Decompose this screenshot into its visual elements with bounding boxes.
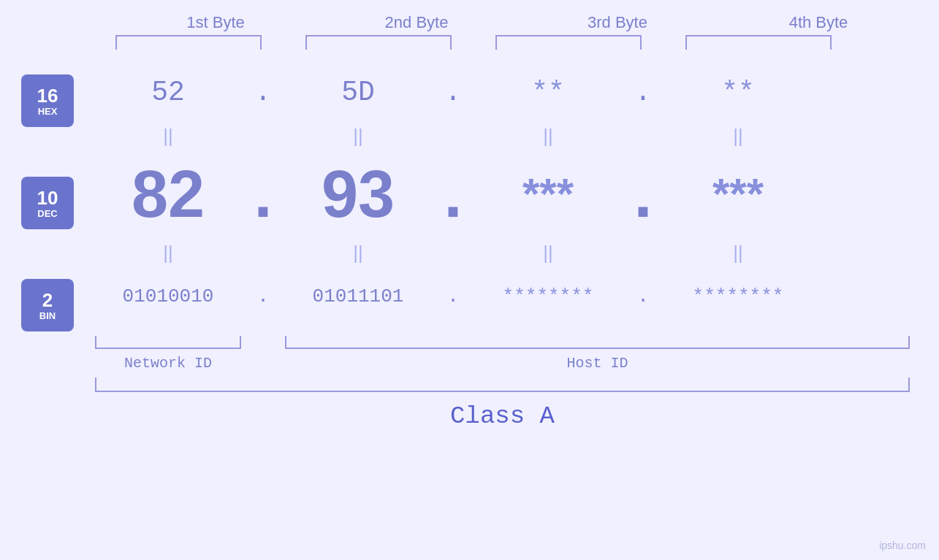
dec-dot2: . [431,161,475,227]
eq1-b1: || [95,125,241,147]
byte1-label: 1st Byte [142,13,289,32]
bin-dot1: . [241,285,285,307]
eq2-b2: || [285,242,431,264]
byte-headers: 1st Byte 2nd Byte 3rd Byte 4th Byte [115,13,919,32]
net-bracket [95,336,241,349]
network-id-label: Network ID [95,355,241,372]
dec-dot1: . [241,161,285,227]
bin-b3: ******** [475,285,621,307]
bin-dot3: . [621,285,665,307]
eq2-b1: || [95,242,241,264]
eq1-b2: || [285,125,431,147]
dec-value-row: 82 . 93 . *** . *** [95,150,939,238]
bracket-b4 [685,35,832,50]
bracket-b1 [115,35,262,50]
id-label-spacer [241,355,285,372]
header-brackets [115,35,919,55]
byte3-label: 3rd Byte [544,13,691,32]
hex-badge-number: 16 [37,86,58,105]
hex-dot2: . [431,77,475,108]
dec-b4: *** [665,172,811,216]
bin-dot2: . [431,285,475,307]
dec-b2: 93 [285,161,431,227]
full-bottom-bracket [95,377,910,392]
bin-badge-label: BIN [39,311,56,321]
bin-badge-row: 2 BIN [21,276,74,334]
values-column: 52 . 5D . ** . ** || || || || 82 [95,55,939,560]
eq1-b3: || [475,125,621,147]
hex-b4: ** [665,77,811,108]
badges-column: 16 HEX 10 DEC 2 BIN [0,55,95,560]
main-area: 16 HEX 10 DEC 2 BIN [0,55,939,560]
bin-b4: ******** [665,285,811,307]
hex-dot1: . [241,77,285,108]
bracket-spacer2 [452,35,495,55]
eq2-b3: || [475,242,621,264]
bin-badge: 2 BIN [21,279,74,331]
bracket-b2 [305,35,452,50]
hex-b3: ** [475,77,621,108]
bracket-spacer3 [642,35,685,55]
dec-b1: 82 [95,161,241,227]
bin-value-row: 01010010 . 01011101 . ******** . *******… [95,267,939,326]
dec-badge: 10 DEC [21,177,74,229]
host-id-label: Host ID [285,355,910,372]
class-label: Class A [95,402,910,430]
hex-dot3: . [621,77,665,108]
bin-badge-number: 2 [42,291,53,310]
byte2-label: 2nd Byte [343,13,490,32]
dec-b3: *** [475,172,621,216]
bottom-bracket-area [95,329,939,349]
watermark: ipshu.com [879,540,926,551]
dec-dot3: . [621,161,665,227]
hex-b1: 52 [95,77,241,108]
hex-value-row: 52 . 5D . ** . ** [95,63,939,121]
dec-badge-row: 10 DEC [21,159,74,247]
equals-row-2: || || || || [95,238,939,267]
equals-row-1: || || || || [95,121,939,150]
dec-badge-label: DEC [37,209,57,218]
hex-badge: 16 HEX [21,74,74,127]
id-labels: Network ID Host ID [95,355,939,372]
bracket-spacer1 [262,35,305,55]
byte4-label: 4th Byte [745,13,892,32]
hex-badge-row: 16 HEX [21,72,74,130]
eq2-b4: || [665,242,811,264]
eq1-b4: || [665,125,811,147]
host-bracket [285,336,910,349]
bin-b1: 01010010 [95,285,241,307]
dec-badge-number: 10 [37,188,58,207]
bracket-b3 [495,35,642,50]
bin-b2: 01011101 [285,285,431,307]
main-container: 1st Byte 2nd Byte 3rd Byte 4th Byte 16 H… [0,0,939,560]
hex-badge-label: HEX [38,107,58,116]
hex-b2: 5D [285,77,431,108]
